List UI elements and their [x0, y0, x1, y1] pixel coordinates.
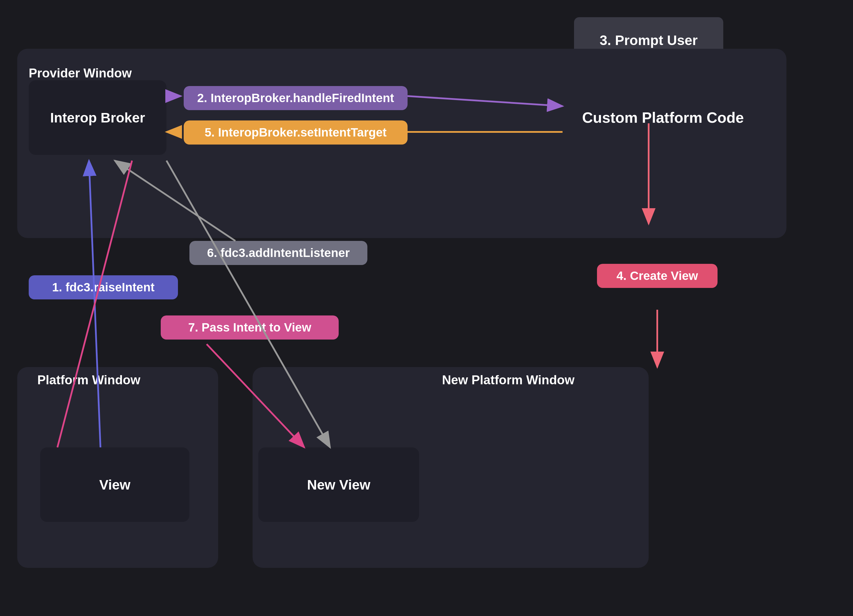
- new-view-text: New View: [307, 477, 370, 493]
- step-7-label: 7. Pass Intent to View: [161, 315, 338, 339]
- diagram-container: 3. Prompt User For App Choice Provider W…: [0, 0, 853, 616]
- step-5-label: 5. InteropBroker.setIntentTarget: [184, 120, 408, 145]
- interop-broker-text: Interop Broker: [50, 110, 145, 126]
- new-platform-window-label: New Platform Window: [442, 373, 575, 387]
- step-1-label: 1. fdc3.raiseIntent: [29, 275, 178, 300]
- custom-platform-text: Custom Platform Code: [582, 109, 744, 126]
- view-box: View: [40, 447, 190, 522]
- new-view-box: New View: [258, 447, 419, 522]
- step-6-label: 6. fdc3.addIntentListener: [190, 241, 367, 265]
- platform-window-label: Platform Window: [37, 373, 140, 387]
- step-2-label: 2. InteropBroker.handleFiredIntent: [184, 86, 408, 110]
- step-4-label: 4. Create View: [597, 264, 718, 288]
- provider-window-label: Provider Window: [29, 66, 132, 80]
- interop-broker-box: Interop Broker: [29, 80, 167, 155]
- view-text: View: [99, 477, 131, 493]
- custom-platform-box: Custom Platform Code: [563, 80, 763, 155]
